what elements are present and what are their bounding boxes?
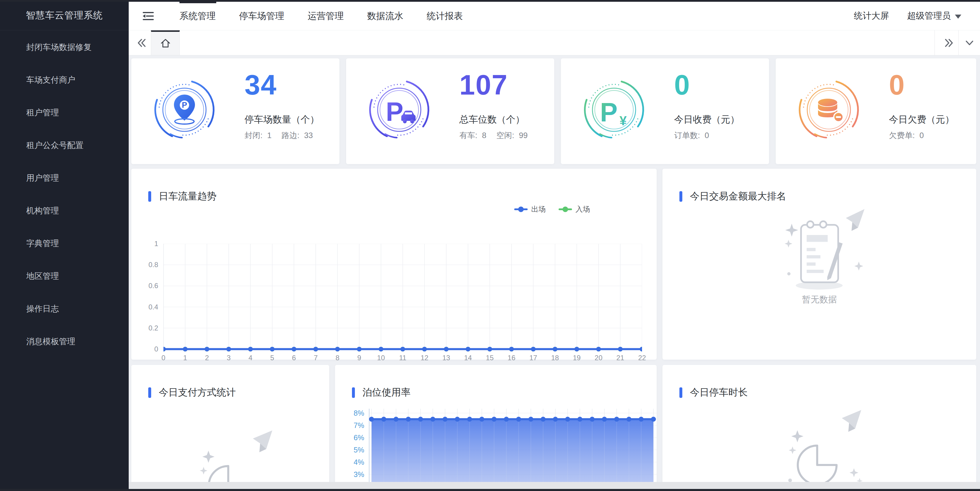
tab-bar	[129, 30, 980, 56]
x-axis-tick: 1	[178, 354, 192, 362]
horizontal-scrollbar[interactable]	[129, 482, 980, 489]
stat-sub-label: 欠费单:	[889, 131, 915, 140]
stat-card-today-arrears: 0 今日欠费（元） 欠费单:0	[776, 58, 976, 164]
stat-sub-label: 订单数:	[674, 131, 700, 140]
parking-yuan-icon: P¥	[582, 78, 646, 142]
stats-screen-link[interactable]: 统计大屏	[854, 10, 889, 22]
window-top-edge	[0, 0, 980, 2]
stat-sub-value: 0	[920, 131, 924, 140]
app-window: 智慧车云管理系统 封闭车场数据修复车场支付商户租户管理租户公众号配置用户管理机构…	[0, 0, 980, 491]
panel-title: 日车流量趋势	[148, 190, 216, 203]
panel-daily-traffic-trend: 日车流量趋势 出场入场 00.20.40.60.81 0123456789101…	[131, 169, 657, 360]
user-dropdown[interactable]: 超级管理员	[907, 10, 961, 22]
x-axis-tick: 14	[461, 354, 476, 362]
stat-sub: 有车:8空闲:99	[459, 130, 538, 141]
stat-label: 总车位数（个）	[459, 113, 525, 126]
parking-car-icon: P	[367, 78, 431, 142]
legend-item-入场[interactable]: 入场	[558, 204, 590, 214]
sidebar-item-3[interactable]: 租户管理	[0, 96, 129, 129]
parking-pin-icon: P	[152, 78, 216, 142]
x-axis-tick: 20	[591, 354, 606, 362]
stat-value: 0	[674, 69, 690, 101]
nav-item-1-active[interactable]: 系统管理	[168, 2, 228, 30]
window-bottom-edge	[0, 489, 980, 491]
stat-sub-label: 有车:	[459, 131, 477, 140]
x-axis-tick: 6	[286, 354, 301, 362]
panel-title: 今日交易金额最大排名	[679, 190, 786, 203]
sidebar-item-8[interactable]: 地区管理	[0, 260, 129, 292]
panel-berth-usage-rate: 泊位使用率 8%7%6%5%4%3%2%	[335, 365, 657, 491]
y-axis-tick: 8%	[343, 409, 364, 418]
y-axis-tick: 7%	[343, 421, 364, 430]
tabbar-separator	[958, 30, 959, 55]
stat-label: 今日收费（元）	[674, 113, 740, 126]
sidebar: 智慧车云管理系统 封闭车场数据修复车场支付商户租户管理租户公众号配置用户管理机构…	[0, 0, 129, 491]
stat-sub-label: 封闭:	[245, 131, 262, 140]
tab-home[interactable]	[151, 30, 180, 55]
tabbar-separator	[934, 30, 935, 55]
berth-area-chart	[369, 409, 657, 491]
empty-pie-illustration	[767, 404, 872, 491]
stat-sub-label: 路边:	[282, 131, 300, 140]
sidebar-item-9[interactable]: 操作日志	[0, 292, 129, 325]
menu-fold-icon[interactable]	[142, 10, 155, 22]
legend-item-出场[interactable]: 出场	[514, 204, 546, 214]
stat-label: 停车场数量（个）	[245, 113, 319, 126]
header-right: 统计大屏 超级管理员	[854, 10, 961, 22]
panel-title: 今日支付方式统计	[148, 386, 236, 399]
tabs-menu-icon[interactable]	[963, 37, 976, 49]
stat-sub-label: 空闲:	[496, 131, 514, 140]
stat-sub-value: 8	[482, 131, 487, 140]
active-nav-indicator	[180, 0, 216, 3]
sidebar-item-10[interactable]: 消息模板管理	[0, 325, 129, 358]
svg-text:P: P	[386, 97, 403, 126]
y-axis-tick: 5%	[343, 445, 364, 454]
sidebar-item-1[interactable]: 封闭车场数据修复	[0, 31, 129, 64]
stat-sub: 欠费单:0	[889, 130, 934, 141]
sidebar-item-6[interactable]: 机构管理	[0, 194, 129, 227]
stat-sub: 订单数:0	[674, 130, 719, 141]
stat-card-today-fees: P¥ 0 今日收费（元） 订单数:0	[561, 58, 769, 164]
home-icon	[158, 36, 173, 51]
nav-item-4[interactable]: 数据流水	[355, 2, 415, 30]
panel-title: 泊位使用率	[352, 386, 410, 399]
panel-today-payment-methods: 今日支付方式统计	[131, 365, 329, 491]
nav-item-2[interactable]: 停车场管理	[228, 2, 296, 30]
nav-item-3[interactable]: 运营管理	[296, 2, 355, 30]
legend-marker	[514, 209, 528, 210]
x-axis-tick: 11	[395, 354, 410, 362]
x-axis-tick: 10	[374, 354, 388, 362]
chevron-down-icon	[955, 14, 961, 19]
sidebar-item-2[interactable]: 车场支付商户	[0, 64, 129, 96]
svg-text:P: P	[182, 101, 187, 110]
tabs-scroll-left-icon[interactable]	[135, 37, 148, 49]
x-axis-tick: 21	[613, 354, 627, 362]
header: 系统管理停车场管理运营管理数据流水统计报表 统计大屏 超级管理员	[129, 2, 980, 30]
sidebar-item-4[interactable]: 租户公众号配置	[0, 129, 129, 162]
chart-legend: 出场入场	[514, 204, 590, 214]
panel-today-transaction-ranking: 今日交易金额最大排名 暂无数据	[662, 169, 976, 360]
x-axis-tick: 9	[352, 354, 367, 362]
stat-label: 今日欠费（元）	[889, 113, 954, 126]
stat-value: 107	[459, 69, 508, 101]
empty-pie-illustration	[178, 425, 283, 491]
title-marker	[679, 387, 682, 398]
legend-marker	[558, 209, 572, 210]
stat-sub-value: 1	[267, 131, 272, 140]
x-axis-tick: 22	[635, 354, 649, 362]
y-axis-tick: 6%	[343, 433, 364, 442]
nav-item-5[interactable]: 统计报表	[415, 2, 474, 30]
stat-sub-value: 0	[705, 131, 709, 140]
tabs-scroll-right-icon[interactable]	[941, 37, 954, 49]
legend-label: 出场	[531, 204, 546, 214]
x-axis-tick: 18	[548, 354, 562, 362]
title-marker	[148, 387, 151, 398]
sidebar-item-5[interactable]: 用户管理	[0, 162, 129, 194]
coins-minus-icon	[797, 78, 861, 142]
sidebar-item-7[interactable]: 字典管理	[0, 227, 129, 260]
stat-card-total-spaces: P 107 总车位数（个） 有车:8空闲:99	[346, 58, 554, 164]
title-marker	[679, 191, 682, 202]
x-axis-tick: 5	[265, 354, 280, 362]
empty-text: 暂无数据	[662, 294, 976, 306]
stat-sub-value: 99	[519, 131, 528, 140]
